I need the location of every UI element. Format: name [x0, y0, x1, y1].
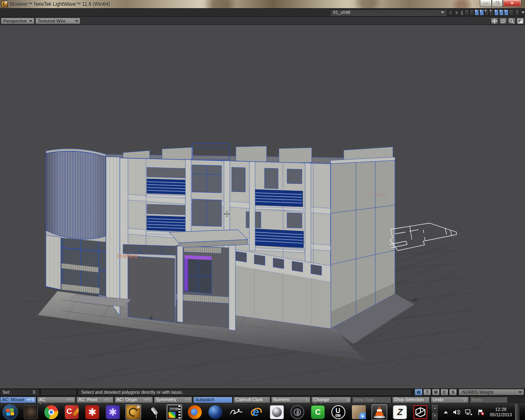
layer-button-2[interactable] [470, 9, 474, 16]
object-selector[interactable]: 01_v048 [330, 9, 446, 16]
taskbar-item-firefox[interactable] [185, 404, 205, 420]
minimize-button[interactable]: — [480, 0, 492, 7]
render-mode-dropdown[interactable]: Textured Wire [35, 18, 80, 24]
numeric-button[interactable]: Numericn [271, 397, 310, 403]
vmap-selector[interactable]: NURBS Weight [459, 389, 524, 395]
modeler-icon: M [126, 405, 140, 419]
taskbar-item-lightwave-modeler[interactable]: M [123, 404, 144, 420]
undo-button[interactable]: Undo^Z [431, 397, 469, 403]
taskbar-clock[interactable]: 12:28 05/11/2013 [490, 407, 512, 418]
layer-button-10[interactable] [509, 9, 514, 16]
action-center-flag-icon[interactable] [477, 409, 485, 415]
layer-button-1[interactable] [465, 9, 469, 16]
zbrush-icon: Z [393, 405, 407, 419]
layer-button-9[interactable] [504, 9, 509, 16]
move-icon [491, 18, 498, 24]
taskbar-item-studio[interactable]: STUDIO [164, 404, 185, 420]
volume-icon[interactable] [453, 409, 460, 415]
vmap-mode-texture[interactable]: T [423, 389, 431, 395]
layer-bank-extra-button[interactable] [515, 9, 520, 16]
viewport-header: Perspective Textured Wire [0, 17, 525, 25]
taskbar-item-media-orb[interactable] [205, 404, 226, 420]
taskbar-item-media-player[interactable]: ▶ [349, 404, 369, 420]
rotate-icon [500, 18, 506, 24]
vmap-mode-morph[interactable]: M [432, 389, 440, 395]
start-button[interactable] [0, 404, 21, 420]
taskbar-scroll[interactable]: ▲▼ [432, 405, 438, 420]
ac-origin-button[interactable]: AC: Origin+F6 [114, 397, 153, 403]
rotate-view-button[interactable] [499, 18, 507, 24]
layer-bank-dropdown-icon[interactable] [521, 11, 525, 14]
perspective-viewport[interactable]: 16.635[m] 20.005[m] +X -Z [0, 25, 525, 388]
taskbar-item-sphere[interactable] [267, 404, 287, 420]
lightwave-red-icon: ✱ [85, 405, 99, 419]
restore-button[interactable]: ❐ [492, 0, 503, 7]
view-type-dropdown[interactable]: Perspective [1, 18, 34, 24]
layer-page-number: 1 [461, 10, 463, 15]
viewport-toggle-icon [517, 18, 523, 24]
ac-pivot-button[interactable]: AC: Pivot+F7 [76, 397, 114, 403]
prev-object-button[interactable]: ‹ [448, 9, 453, 16]
sel-label: Sel: [2, 389, 10, 395]
taskbar-item-microphone[interactable] [144, 404, 164, 420]
catmull-clark-button[interactable]: Catmull-Clark [233, 397, 270, 403]
ble-downloader-icon: UBLE [331, 405, 345, 419]
system-tray: 12:28 05/11/2013 [441, 404, 520, 420]
modeler-window: M Modeler™ NewTek LightWave™ 11.6 (Win64… [0, 0, 525, 420]
ac-selection-button[interactable]: AC: Selection+F8 [37, 397, 75, 403]
symmetry-button[interactable]: Symmetry+Y [154, 397, 192, 403]
chrome-icon [44, 405, 58, 419]
layer-button-4[interactable] [479, 9, 484, 16]
show-hidden-icons-button[interactable] [444, 411, 448, 413]
measurement-right: 20.005[m] [367, 192, 387, 197]
drop-tool-button[interactable]: Drop Tool [352, 397, 391, 403]
taskbar-item-lightwave-layout[interactable]: ✱ [82, 404, 103, 420]
drop-selection-button[interactable]: Drop Selection/ [392, 397, 430, 403]
layer-button-5[interactable] [484, 9, 489, 16]
layer-bank [465, 9, 514, 16]
chevron-down-icon [29, 20, 32, 22]
taskbar-item-vlc[interactable] [369, 404, 390, 420]
close-button[interactable]: ✕ [503, 0, 521, 7]
taskbar-item-ring[interactable] [287, 404, 308, 420]
taskbar-item-ccleaner[interactable]: C [62, 404, 82, 420]
status-aux-box [41, 389, 77, 396]
network-icon[interactable] [465, 409, 472, 415]
layer-button-7[interactable] [494, 9, 499, 16]
layer-button-6[interactable] [489, 9, 494, 16]
taskbar-item-chrome[interactable] [41, 404, 62, 420]
taskbar-item-ble[interactable]: UBLE [328, 404, 349, 420]
taskbar-item-game[interactable] [21, 404, 41, 420]
taskbar-item-3d-coat[interactable] [410, 404, 431, 420]
status-bar: Sel: 0 Select and deselect polygons dire… [0, 388, 525, 396]
subpatch-button[interactable]: Subpatch [193, 397, 233, 403]
floor-plan-wireframe [390, 223, 457, 251]
taskbar-item-internet-explorer[interactable]: e [246, 404, 267, 420]
maximize-viewport-button[interactable] [516, 18, 524, 24]
taskbar-item-lightwave-alt[interactable]: ✱ [103, 404, 123, 420]
vmap-mode-selection[interactable]: S [449, 389, 457, 395]
selection-count-box: Sel: 0 [0, 389, 40, 396]
ac-mouse-button[interactable]: AC: Mouse+F5 [0, 397, 36, 403]
next-object-button[interactable]: › [454, 9, 459, 16]
vmap-mode-weight[interactable]: W [415, 389, 422, 395]
taskbar-item-signature[interactable] [226, 404, 246, 420]
taskbar-item-zbrush[interactable]: Z [390, 404, 410, 420]
tool-hint: Select and deselect polygons directly or… [78, 389, 412, 396]
scroll-down-icon: ▼ [432, 413, 438, 420]
cube-icon [413, 405, 427, 419]
change-surface-button[interactable]: Change Surfaceq [311, 397, 351, 403]
taskbar-item-utorrent[interactable]: C [308, 404, 328, 420]
redo-button[interactable]: Redo [470, 397, 508, 403]
pan-view-button[interactable] [491, 18, 498, 24]
scene-3d-building [0, 25, 525, 388]
title-bar[interactable]: M Modeler™ NewTek LightWave™ 11.6 (Win64… [0, 0, 525, 9]
vmap-mode-color[interactable]: C [441, 389, 448, 395]
layer-button-3[interactable] [475, 9, 479, 16]
layer-button-8[interactable] [499, 9, 504, 16]
zoom-view-button[interactable] [508, 18, 516, 24]
vlc-icon [372, 405, 386, 419]
pinnacle-studio-icon: STUDIO [167, 405, 181, 419]
game-icon [24, 405, 38, 419]
show-desktop-button[interactable] [515, 404, 520, 420]
